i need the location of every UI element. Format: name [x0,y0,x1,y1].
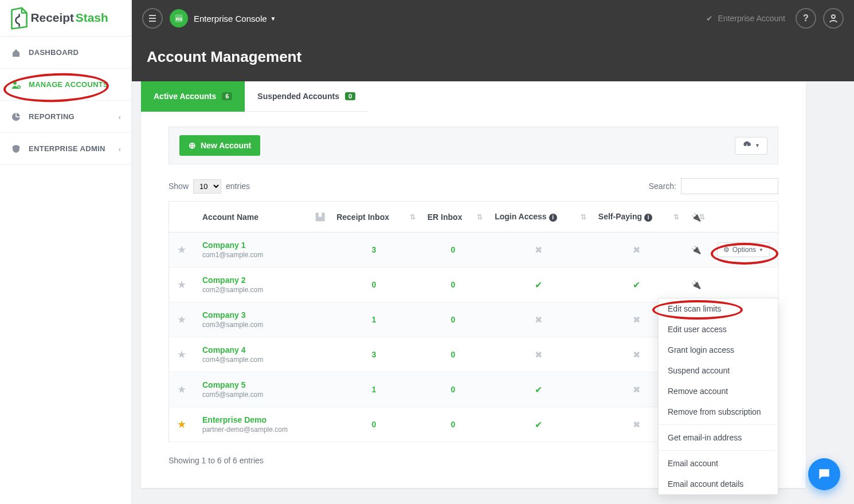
nav-label: ENTERPRISE ADMIN [29,144,105,153]
menu-item-email-account[interactable]: Email account [659,453,778,474]
menu-item-edit-scan-limits[interactable]: Edit scan limits [659,298,778,319]
nav-icon [11,48,21,57]
account-name-link[interactable]: Company 1 [202,241,320,250]
er-inbox-count[interactable]: 0 [451,385,456,394]
menu-toggle-button[interactable] [142,8,163,29]
sidebar-item-enterprise-admin[interactable]: ENTERPRISE ADMIN ‹ [0,133,131,165]
user-menu-button[interactable] [823,8,844,29]
sort-icon: ⇅ [673,213,677,221]
er-inbox-count[interactable]: 0 [451,280,456,289]
search-label: Search: [649,182,676,191]
topbar: RS Enterprise Console ▼ ✔ Enterprise Acc… [132,0,854,37]
menu-item-suspend-account[interactable]: Suspend account [659,360,778,381]
nav-label: REPORTING [29,112,75,121]
app-logo[interactable]: Receipt Stash [0,0,131,37]
favorite-star[interactable]: ★ [177,349,186,360]
nav-label: MANAGE ACCOUNTS [29,80,108,89]
col-integrations[interactable]: 🔌⇅ [683,202,709,233]
options-button[interactable]: ⚙Options▼ [717,242,770,257]
options-label: Options [732,246,756,254]
col-login-access[interactable]: Login Accessi⇅ [487,202,590,233]
console-switcher[interactable]: Enterprise Console ▼ [194,14,276,23]
plus-circle-icon: ⊕ [189,140,196,151]
col-er-inbox[interactable]: ER Inbox⇅ [420,202,487,233]
console-label: Enterprise Console [194,14,267,23]
receipt-inbox-count[interactable]: 1 [372,385,377,394]
account-name-link[interactable]: Company 3 [202,310,320,320]
tab-count-badge: 0 [345,92,355,100]
receipt-inbox-count[interactable]: 0 [372,420,377,429]
search-input[interactable] [681,178,778,194]
tab-count-badge: 6 [222,92,232,100]
favorite-star[interactable]: ★ [177,384,186,395]
sidebar: Receipt Stash DASHBOARD MANAGE ACCOUNTS … [0,0,132,504]
favorite-star[interactable]: ★ [177,419,186,430]
er-inbox-count[interactable]: 0 [451,350,456,359]
col-self-paying[interactable]: Self-Payingi⇅ [590,202,683,233]
account-email: com2@sample.com [202,286,263,294]
col-receipt-inbox[interactable]: Receipt Inbox⇅ [328,202,420,233]
svg-text:Receipt: Receipt [31,11,74,24]
favorite-star[interactable]: ★ [177,244,186,255]
menu-item-email-account-details[interactable]: Email account details [659,474,778,494]
table-controls: Show 10 entries Search: [169,164,778,201]
col-account-name[interactable]: Account Name▙▟ [194,202,328,233]
gear-icon: ⚙ [723,246,730,254]
favorite-star[interactable]: ★ [177,314,186,325]
menu-item-edit-user-access[interactable]: Edit user access [659,319,778,340]
x-icon: ✖ [633,350,640,360]
table-row: ★ Company 1 com1@sample.com 3 0 ✖ ✖ 🔌 ⚙O… [169,233,778,267]
receipt-inbox-count[interactable]: 1 [372,315,377,324]
receipt-inbox-count[interactable]: 0 [372,280,377,289]
menu-separator [659,424,778,425]
new-account-button[interactable]: ⊕ New Account [179,135,260,156]
button-label: New Account [201,141,251,150]
account-name-link[interactable]: Company 4 [202,345,320,355]
account-name-link[interactable]: Company 5 [202,380,320,389]
check-icon: ✔ [535,385,542,395]
account-email: partner-demo@sample.com [202,426,288,434]
er-inbox-count[interactable]: 0 [451,245,456,254]
chevron-left-icon: ‹ [119,145,121,153]
favorite-star[interactable]: ★ [177,279,186,290]
help-button[interactable]: ? [796,8,816,29]
toolbar: ⊕ New Account ▼ [169,127,778,164]
account-name-link[interactable]: Company 2 [202,275,320,285]
menu-item-remove-from-subscription[interactable]: Remove from subscription [659,401,778,422]
sidebar-item-manage-accounts[interactable]: MANAGE ACCOUNTS [0,69,131,101]
nav-icon [11,112,21,121]
x-icon: ✖ [633,315,640,325]
export-button[interactable]: ▼ [735,137,767,155]
chevron-left-icon: ‹ [119,113,121,121]
receipt-inbox-count[interactable]: 3 [372,350,377,359]
tab-label: Active Accounts [154,92,216,101]
check-icon: ✔ [535,420,542,430]
account-name-link[interactable]: Enterprise Demo [202,415,320,424]
x-icon: ✖ [535,350,542,360]
er-inbox-count[interactable]: 0 [451,420,456,429]
sort-icon: ⇅ [477,213,481,221]
menu-item-get-email-in-address[interactable]: Get email-in address [659,427,778,448]
sort-icon: ⇅ [410,213,414,221]
chat-button[interactable] [808,458,840,490]
er-inbox-count[interactable]: 0 [451,315,456,324]
tab-suspended-accounts[interactable]: Suspended Accounts 0 [245,81,368,112]
menu-item-remove-account[interactable]: Remove account [659,381,778,401]
x-icon: ✖ [535,315,542,325]
verified-icon: ✔ [706,14,713,23]
page-size-select[interactable]: 10 [193,179,221,194]
nav-label: DASHBOARD [29,48,79,57]
x-icon: ✖ [633,245,640,255]
sort-icon: ⇅ [581,213,585,221]
receipt-inbox-count[interactable]: 3 [372,245,377,254]
svg-text:Stash: Stash [76,11,108,24]
show-label-pre: Show [169,182,189,191]
menu-item-grant-login-access[interactable]: Grant login access [659,340,778,360]
svg-point-3 [18,85,20,88]
tab-active-accounts[interactable]: Active Accounts 6 [141,81,245,112]
sort-icon: ⇅ [699,213,703,221]
check-icon: ✔ [633,280,640,290]
sidebar-item-reporting[interactable]: REPORTING ‹ [0,101,131,133]
sidebar-item-dashboard[interactable]: DASHBOARD [0,37,131,69]
options-dropdown: Edit scan limitsEdit user accessGrant lo… [658,298,778,495]
